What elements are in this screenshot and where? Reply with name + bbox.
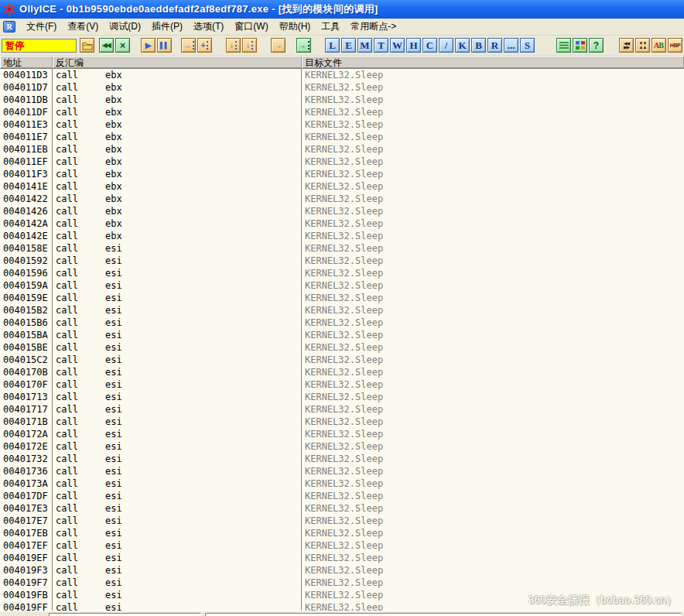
view-window-button[interactable]: L (325, 38, 340, 53)
table-row[interactable]: 004019F7 callesi KERNEL32.Sleep (0, 577, 684, 589)
table-row[interactable]: 004017E7 callesi KERNEL32.Sleep (0, 515, 684, 527)
table-row[interactable]: 004019FB callesi KERNEL32.Sleep (0, 589, 684, 601)
view-window-button[interactable]: T (374, 38, 388, 53)
menu-item[interactable]: 文件(F) (21, 19, 62, 35)
table-row[interactable]: 00401717 callesi KERNEL32.Sleep (0, 403, 684, 416)
table-row[interactable]: 0040172A callesi KERNEL32.Sleep (0, 428, 684, 440)
table-row[interactable]: 004011F3 callebx KERNEL32.Sleep (0, 168, 684, 180)
table-row[interactable]: 004019F3 callesi KERNEL32.Sleep (0, 564, 684, 577)
table-row[interactable]: 0040141E callebx KERNEL32.Sleep (0, 180, 684, 193)
restart-button[interactable]: ◀◀ (99, 38, 114, 53)
goto-user-code-button[interactable]: → (296, 38, 311, 53)
step-over-button[interactable]: ↓ (226, 38, 241, 53)
table-row[interactable]: 004017EB callesi KERNEL32.Sleep (0, 527, 684, 539)
disassembly-cell: callesi (53, 428, 302, 440)
table-row[interactable]: 0040159E callesi KERNEL32.Sleep (0, 292, 684, 304)
table-row[interactable]: 004015BE callesi KERNEL32.Sleep (0, 341, 684, 354)
sort-jump-button[interactable]: ▼▼▲▲ (635, 38, 650, 53)
table-row[interactable]: 00401736 callesi KERNEL32.Sleep (0, 465, 684, 477)
destination-cell: KERNEL32.Sleep (302, 317, 684, 329)
table-row[interactable]: 004015B6 callesi KERNEL32.Sleep (0, 317, 684, 329)
execute-till-return-button[interactable]: → (271, 38, 286, 53)
step-into-button[interactable]: → (181, 38, 196, 53)
mnemonic: call (56, 589, 105, 601)
hardware-breakpoint-button[interactable]: HBP (668, 38, 682, 53)
mnemonic: call (56, 143, 105, 156)
view-window-button[interactable]: W (390, 38, 405, 53)
view-window-button[interactable]: / (439, 38, 453, 53)
view-window-button[interactable]: K (455, 38, 470, 53)
table-row[interactable]: 00401422 callebx KERNEL32.Sleep (0, 193, 684, 205)
table-row[interactable]: 004011E3 callebx KERNEL32.Sleep (0, 118, 684, 131)
command-panel[interactable] (49, 613, 201, 616)
table-row[interactable]: 0040142A callebx KERNEL32.Sleep (0, 217, 684, 230)
table-row[interactable]: 0040170B callesi KERNEL32.Sleep (0, 366, 684, 378)
table-row[interactable]: 0040172E callesi KERNEL32.Sleep (0, 440, 684, 453)
animate-over-button[interactable]: ↓ (242, 38, 257, 53)
table-row[interactable]: 0040173A callesi KERNEL32.Sleep (0, 477, 684, 490)
table-row[interactable]: 0040159A callesi KERNEL32.Sleep (0, 279, 684, 292)
help-button[interactable]: ? (589, 38, 604, 53)
table-row[interactable]: 004011EF callebx KERNEL32.Sleep (0, 156, 684, 168)
table-row[interactable]: 004019FF callesi KERNEL32.Sleep (0, 601, 684, 611)
view-window-button[interactable]: R (487, 38, 502, 53)
table-row[interactable]: 004011EB callebx KERNEL32.Sleep (0, 143, 684, 156)
mdi-child-icon[interactable]: R (3, 21, 15, 33)
menu-item[interactable]: 查看(V) (62, 19, 104, 35)
table-row[interactable]: 00401592 callesi KERNEL32.Sleep (0, 255, 684, 267)
till-return-icon: → (275, 42, 282, 50)
disassembly-cell: callesi (53, 539, 302, 552)
column-header-address[interactable]: 地址 (0, 56, 53, 68)
table-row[interactable]: 004011DF callebx KERNEL32.Sleep (0, 106, 684, 118)
table-row[interactable]: 004011D3 callebx KERNEL32.Sleep (0, 69, 684, 81)
table-row[interactable]: 004019EF callesi KERNEL32.Sleep (0, 552, 684, 564)
view-window-button[interactable]: S (520, 38, 535, 53)
table-row[interactable]: 004017EF callesi KERNEL32.Sleep (0, 539, 684, 552)
table-row[interactable]: 004011E7 callebx KERNEL32.Sleep (0, 131, 684, 143)
animate-into-button[interactable]: + (197, 38, 212, 53)
table-row[interactable]: 004011D7 callebx KERNEL32.Sleep (0, 81, 684, 94)
table-row[interactable]: 00401596 callesi KERNEL32.Sleep (0, 267, 684, 279)
menu-item[interactable]: 调试(D) (104, 19, 146, 35)
mnemonic: call (56, 69, 105, 81)
find-prev-next-button[interactable]: ◀◀▶▶ (619, 38, 634, 53)
open-file-button[interactable] (80, 38, 94, 53)
table-row[interactable]: 0040171B callesi KERNEL32.Sleep (0, 416, 684, 428)
table-row[interactable]: 00401426 callebx KERNEL32.Sleep (0, 205, 684, 217)
view-window-button[interactable]: ... (504, 38, 518, 53)
table-row[interactable]: 004015B2 callesi KERNEL32.Sleep (0, 304, 684, 317)
view-window-button[interactable]: M (357, 38, 372, 53)
table-row[interactable]: 0040170F callesi KERNEL32.Sleep (0, 378, 684, 391)
address-cell: 0040173A (0, 477, 53, 490)
menu-item[interactable]: 选项(T) (188, 19, 229, 35)
table-row[interactable]: 004017E3 callesi KERNEL32.Sleep (0, 502, 684, 515)
view-window-button[interactable]: E (341, 38, 356, 53)
view-window-button[interactable]: H (406, 38, 421, 53)
menu-item[interactable]: 窗口(W) (229, 19, 273, 35)
column-header-destination[interactable]: 目标文件 (302, 56, 684, 68)
pause-button[interactable]: ▌▌ (157, 38, 172, 53)
table-row[interactable]: 004015C2 callesi KERNEL32.Sleep (0, 354, 684, 366)
breakpoint-list-button[interactable] (556, 38, 571, 53)
windows-grid-button[interactable] (573, 38, 587, 53)
titlebar[interactable]: OllyICE - 0b1b9590ebde0aeddefadf2af8edf7… (0, 0, 684, 19)
menu-item[interactable]: 工具 (316, 19, 345, 35)
menu-item[interactable]: 插件(P) (146, 19, 188, 35)
run-button[interactable]: ▶ (141, 38, 156, 53)
view-window-button[interactable]: C (422, 38, 437, 53)
table-row[interactable]: 004011DB callebx KERNEL32.Sleep (0, 94, 684, 106)
table-row[interactable]: 004015BA callesi KERNEL32.Sleep (0, 329, 684, 341)
table-row[interactable]: 0040142E callebx KERNEL32.Sleep (0, 230, 684, 242)
table-row[interactable]: 00401732 callesi KERNEL32.Sleep (0, 453, 684, 465)
table-row[interactable]: 00401713 callesi KERNEL32.Sleep (0, 391, 684, 403)
menu-item[interactable]: 常用断点-> (345, 19, 402, 35)
view-window-button[interactable]: B (471, 38, 486, 53)
table-row[interactable]: 0040158E callesi KERNEL32.Sleep (0, 242, 684, 255)
menu-item[interactable]: 帮助(H) (274, 19, 316, 35)
table-row[interactable]: 004017DF callesi KERNEL32.Sleep (0, 490, 684, 502)
disassembly-cell: callebx (53, 193, 302, 205)
appearance-button[interactable]: AB (652, 38, 666, 53)
operand: esi (105, 330, 122, 341)
close-button[interactable]: × (115, 38, 130, 53)
column-header-disassembly[interactable]: 反汇编 (53, 56, 302, 68)
